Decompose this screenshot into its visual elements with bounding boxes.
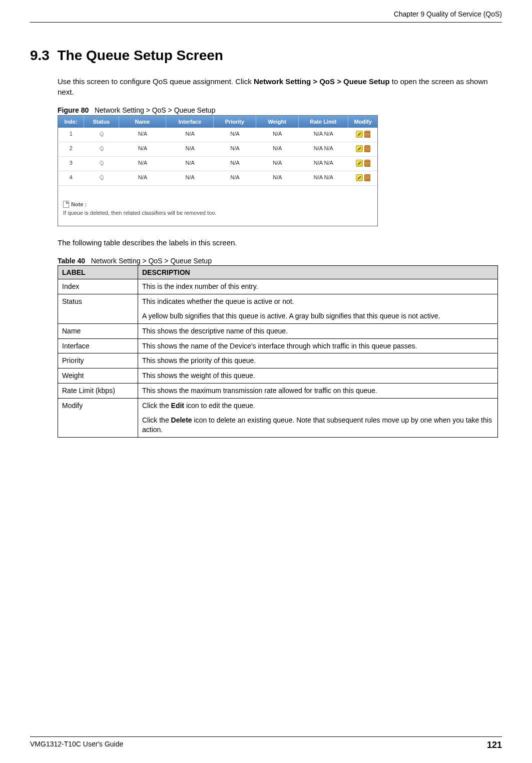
cell-rate-limit: N/A N/A [299,128,349,142]
cell-index: 3 [58,157,84,171]
cell-description: This shows the priority of this queue. [138,353,498,368]
table-label: Table 40 [58,257,85,265]
section-title: The Queue Setup Screen [58,48,223,63]
cell-index: 1 [58,128,84,142]
cell-priority: N/A [214,157,256,171]
table-row: WeightThis shows the weight of this queu… [58,368,498,384]
figure-caption: Figure 80 Network Setting > QoS > Queue … [58,106,502,114]
header-rate-limit: Rate Limit [299,116,349,128]
cell-weight: N/A [256,157,299,171]
th-label: LABEL [58,266,138,279]
cell-modify [348,171,377,185]
table-header-row: LABEL DESCRIPTION [58,266,498,279]
cell-modify [348,157,377,171]
cell-status [84,157,119,171]
cell-priority: N/A [214,142,256,156]
cell-description: This shows the weight of this queue. [138,368,498,384]
cell-status [84,171,119,185]
header-interface: Interface [166,116,214,128]
description-table: LABEL DESCRIPTION IndexThis is the index… [58,265,498,438]
intro-text-1: Use this screen to configure QoS queue a… [58,77,254,86]
cell-rate-limit: N/A N/A [299,142,349,156]
cell-description: This indicates whether the queue is acti… [138,294,498,323]
page-footer: VMG1312-T10C User's Guide 121 [30,736,502,750]
note-label: Note : [63,201,372,208]
cell-name: N/A [119,157,167,171]
edit-icon[interactable] [356,145,363,152]
footer-guide-name: VMG1312-T10C User's Guide [30,740,123,750]
figure-caption-text: Network Setting > QoS > Queue Setup [95,106,215,114]
cell-rate-limit: N/A N/A [299,157,349,171]
header-status: Status [84,116,119,128]
note-text: If queue is deleted, then related classi… [63,210,372,216]
table-row: 2N/AN/AN/AN/AN/A N/A [58,142,377,157]
cell-status [84,128,119,142]
header-index: Inde: [58,116,84,128]
edit-icon[interactable] [356,174,363,181]
cell-name: N/A [119,142,167,156]
cell-label: Name [58,323,138,338]
cell-label: Modify [58,399,138,438]
cell-label: Weight [58,368,138,384]
cell-interface: N/A [166,157,214,171]
delete-icon[interactable] [364,145,370,152]
intro-paragraph: Use this screen to configure QoS queue a… [58,76,502,97]
table-row: InterfaceThis shows the name of the Devi… [58,338,498,353]
cell-description: This is the index number of this entry. [138,279,498,294]
cell-weight: N/A [256,171,299,185]
cell-index: 4 [58,171,84,185]
section-number: 9.3 [30,48,50,63]
delete-icon[interactable] [364,160,370,167]
header-priority: Priority [214,116,256,128]
section-heading: 9.3 The Queue Setup Screen [30,48,502,64]
bulb-icon [100,132,104,136]
mid-paragraph: The following table describes the labels… [58,237,502,248]
table-row: 4N/AN/AN/AN/AN/A N/A [58,171,377,186]
cell-interface: N/A [166,142,214,156]
th-description: DESCRIPTION [138,266,498,279]
cell-rate-limit: N/A N/A [299,171,349,185]
header-weight: Weight [256,116,299,128]
cell-label: Priority [58,353,138,368]
cell-interface: N/A [166,128,214,142]
table-row: 3N/AN/AN/AN/AN/A N/A [58,157,377,171]
edit-icon[interactable] [356,131,363,138]
bulb-icon [100,161,104,165]
cell-modify [348,142,377,156]
note-icon [63,201,69,208]
cell-description: Click the Edit icon to edit the queue.Cl… [138,399,498,438]
figure-label: Figure 80 [58,106,89,114]
cell-name: N/A [119,128,167,142]
table-row: NameThis shows the descriptive name of t… [58,323,498,338]
delete-icon[interactable] [364,131,370,138]
bulb-icon [100,175,104,179]
intro-bold-path: Network Setting > QoS > Queue Setup [254,77,390,86]
footer-page-number: 121 [487,740,502,750]
cell-modify [348,128,377,142]
screenshot-table-header: Inde: Status Name Interface Priority Wei… [58,116,377,128]
table-caption-text: Network Setting > QoS > Queue Setup [91,257,212,265]
table-row: Rate Limit (kbps)This shows the maximum … [58,384,498,399]
cell-label: Rate Limit (kbps) [58,384,138,399]
bulb-icon [100,146,104,150]
table-caption: Table 40 Network Setting > QoS > Queue S… [58,257,502,265]
chapter-header: Chapter 9 Quality of Service (QoS) [30,10,502,20]
table-row: IndexThis is the index number of this en… [58,279,498,294]
table-row: StatusThis indicates whether the queue i… [58,294,498,323]
table-row: ModifyClick the Edit icon to edit the qu… [58,399,498,438]
edit-icon[interactable] [356,160,363,167]
cell-description: This shows the descriptive name of this … [138,323,498,338]
cell-priority: N/A [214,128,256,142]
table-row: PriorityThis shows the priority of this … [58,353,498,368]
cell-label: Interface [58,338,138,353]
cell-interface: N/A [166,171,214,185]
cell-weight: N/A [256,128,299,142]
header-modify: Modify [348,116,377,128]
header-rule [30,22,502,23]
cell-name: N/A [119,171,167,185]
screenshot-note: Note : If queue is deleted, then related… [58,186,377,226]
cell-description: This shows the name of the Device's inte… [138,338,498,353]
delete-icon[interactable] [364,174,370,181]
table-row: 1N/AN/AN/AN/AN/A N/A [58,128,377,142]
screenshot-figure: Inde: Status Name Interface Priority Wei… [58,115,378,226]
